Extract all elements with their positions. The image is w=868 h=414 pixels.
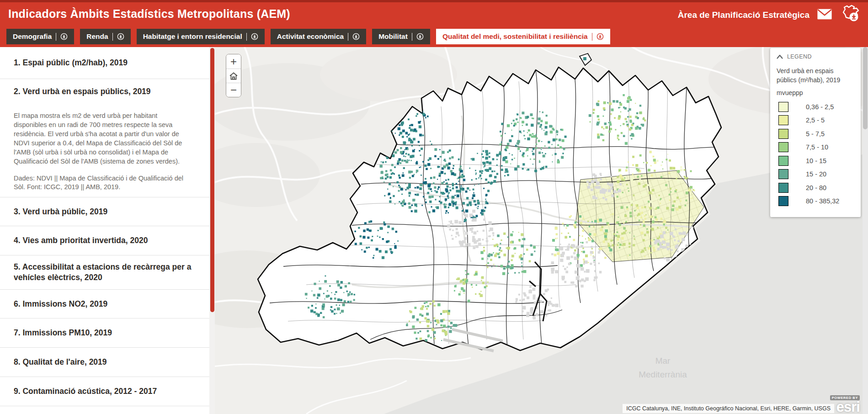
mail-icon	[817, 8, 832, 21]
indicator-item-6[interactable]: 6. Immissions NO2, 2019	[0, 290, 215, 319]
download-area-button[interactable]	[840, 5, 861, 25]
legend-swatch	[778, 129, 788, 139]
legend-class-label: 10 - 15	[806, 157, 826, 165]
nav-separator	[246, 33, 247, 41]
minus-icon: −	[230, 84, 237, 96]
indicator-item-7[interactable]: 7. Immissions PM10, 2019	[0, 318, 215, 348]
indicator-data-source: Dades: NDVI || Mapa de Classificació i d…	[14, 174, 192, 191]
legend-swatch	[778, 183, 788, 193]
app-title: Indicadors Àmbits Estadístics Metropolit…	[8, 7, 290, 21]
circle-down-arrow-icon	[251, 33, 258, 40]
home-button[interactable]	[226, 69, 241, 83]
nav-qualitat-medi[interactable]: Qualitat del medi, sostenibilitat i resi…	[436, 29, 610, 44]
category-nav: Demografia Renda Habitatge i entorn resi…	[6, 29, 610, 44]
nav-mobilitat[interactable]: Mobilitat	[372, 29, 430, 44]
legend-header[interactable]: LEGEND	[777, 53, 854, 60]
legend-class-label: 80 - 385,32	[806, 197, 839, 205]
mail-button[interactable]	[817, 8, 832, 21]
indicator-sidebar: 1. Espai públic (m2/hab), 2019 2. Verd u…	[0, 47, 215, 414]
nav-separator	[592, 33, 592, 41]
nav-activitat-economica[interactable]: Activitat econòmica	[271, 29, 366, 44]
indicator-title: 5. Accessibilitat a estacions de recàrre…	[14, 262, 192, 283]
circle-down-arrow-icon	[352, 33, 360, 40]
sidebar-scrollbar-thumb[interactable]	[210, 48, 214, 312]
header-right-group: Àrea de Planificació Estratègica	[678, 5, 861, 25]
legend-class-row: 80 - 385,32	[778, 195, 854, 208]
chevron-up-icon	[777, 54, 783, 59]
indicator-title: 2. Verd urbà en espais públics, 2019	[14, 86, 192, 97]
legend-swatch	[778, 156, 788, 166]
organization-label: Àrea de Planificació Estratègica	[678, 10, 809, 20]
nav-habitatge[interactable]: Habitatge i entorn residencial	[137, 29, 265, 44]
nav-label: Habitatge i entorn residencial	[143, 32, 242, 41]
indicator-title: 8. Qualitat de l'aire, 2019	[14, 357, 192, 367]
nav-label: Mobilitat	[378, 32, 408, 41]
legend-class-row: 5 - 7,5	[778, 127, 854, 141]
legend-class-label: 7,5 - 10	[806, 143, 828, 151]
legend-class-label: 5 - 7,5	[806, 130, 825, 138]
legend-swatch	[778, 115, 788, 125]
indicator-item-2-expanded[interactable]: 2. Verd urbà en espais públics, 2019 El …	[0, 79, 215, 197]
indicator-list: 1. Espai públic (m2/hab), 2019 2. Verd u…	[0, 47, 215, 414]
indicator-item-9[interactable]: 9. Contaminació acústica, 2012 - 2017	[0, 377, 215, 406]
page-scrollbar-track[interactable]	[863, 47, 868, 414]
circle-down-arrow-icon	[117, 33, 124, 40]
home-icon	[229, 72, 238, 80]
indicator-item-8[interactable]: 8. Qualitat de l'aire, 2019	[0, 348, 215, 377]
nav-separator	[112, 33, 113, 41]
legend-layer-title: Verd urbà en espais públics (m²/hab), 20…	[777, 67, 854, 85]
sidebar-scrollbar-track[interactable]	[209, 47, 215, 414]
plus-icon: +	[230, 55, 237, 68]
circle-down-arrow-icon	[416, 33, 424, 40]
nav-renda[interactable]: Renda	[80, 29, 130, 44]
nav-demografia[interactable]: Demografia	[6, 29, 74, 44]
nav-separator	[348, 33, 348, 41]
basemap-svg	[215, 47, 863, 414]
legend-class-row: 20 - 80	[778, 181, 854, 195]
legend-class-row: 7,5 - 10	[778, 141, 854, 154]
app-root: Indicadors Àmbits Estadístics Metropolit…	[0, 0, 868, 414]
legend-swatch	[778, 169, 788, 179]
legend-class-label: 0,36 - 2,5	[806, 103, 834, 111]
circle-down-arrow-icon	[60, 33, 68, 40]
legend-class-row: 10 - 15	[778, 154, 854, 168]
indicator-title: 4. Vies amb prioritat invertida, 2020	[14, 235, 192, 246]
legend-class-row: 2,5 - 5	[778, 114, 854, 127]
circle-down-arrow-icon	[596, 33, 604, 40]
indicator-item-3[interactable]: 3. Verd urbà públic, 2019	[0, 197, 215, 227]
indicator-item-4[interactable]: 4. Vies amb prioritat invertida, 2020	[0, 226, 215, 255]
header-bar: Indicadors Àmbits Estadístics Metropolit…	[0, 0, 868, 47]
header-top-strip	[0, 0, 868, 2]
map-zoom-controls: + −	[226, 54, 241, 97]
nav-label: Renda	[86, 32, 108, 41]
indicator-item-10[interactable]: 10. Habitatges afectats per risc d'inund…	[0, 406, 215, 414]
esri-wordmark: esri	[836, 400, 860, 414]
nav-label: Qualitat del medi, sostenibilitat i resi…	[442, 32, 588, 41]
legend-swatch	[778, 102, 788, 112]
legend-header-label: LEGEND	[787, 53, 812, 60]
map-attribution: ICGC Catalunya, INE, Instituto Geográfic…	[623, 404, 834, 413]
indicator-item-5[interactable]: 5. Accessibilitat a estacions de recàrre…	[0, 255, 215, 290]
legend-class-list: 0,36 - 2,5 2,5 - 5 5 - 7,5 7,5 - 10 10 -…	[777, 100, 854, 208]
nav-separator	[412, 33, 412, 41]
indicator-title: 7. Immissions PM10, 2019	[14, 328, 192, 338]
indicator-title: 9. Contaminació acústica, 2012 - 2017	[14, 386, 192, 397]
legend-class-label: 20 - 80	[806, 184, 826, 191]
map-canvas[interactable]: Mar Mediterrània + − LEGEND Verd urbà e	[215, 47, 863, 414]
indicator-title: 3. Verd urbà públic, 2019	[14, 207, 192, 217]
page-scrollbar-thumb[interactable]	[863, 47, 868, 129]
indicator-item-1[interactable]: 1. Espai públic (m2/hab), 2019	[0, 47, 215, 79]
amb-territory-download-icon	[840, 5, 861, 25]
legend-class-label: 15 - 20	[806, 170, 826, 178]
islet-polygon	[580, 53, 591, 65]
indicator-title: 6. Immissions NO2, 2019	[14, 299, 192, 309]
nav-label: Activitat econòmica	[277, 32, 344, 41]
nav-separator	[56, 33, 56, 41]
legend-field-name: mvueppp	[777, 89, 854, 96]
nav-label: Demografia	[13, 32, 52, 41]
zoom-in-button[interactable]: +	[226, 54, 241, 69]
legend-swatch	[778, 142, 788, 152]
zoom-out-button[interactable]: −	[226, 83, 241, 97]
esri-logo: POWERED BY esri	[830, 395, 860, 414]
legend-class-row: 0,36 - 2,5	[778, 100, 854, 114]
